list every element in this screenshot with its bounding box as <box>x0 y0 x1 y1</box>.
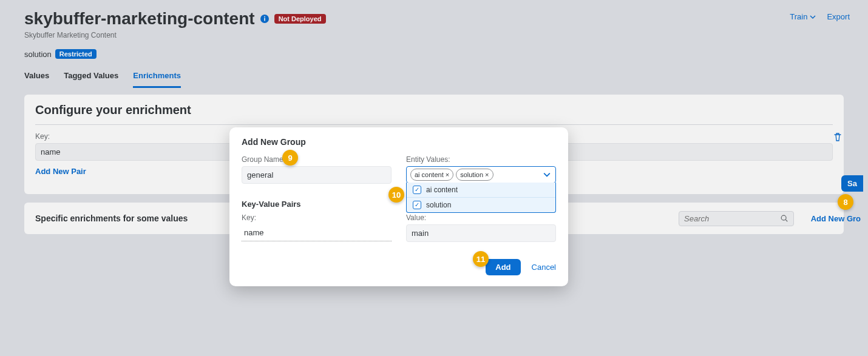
chip-label: solution <box>460 171 483 178</box>
option-label: ai content <box>426 186 458 194</box>
add-group-modal: Add New Group Group Name: Entity Values:… <box>229 127 568 286</box>
chip-remove-icon[interactable]: × <box>446 171 449 178</box>
step-marker-11: 11 <box>473 251 489 267</box>
add-button[interactable]: Add <box>486 259 520 275</box>
entity-values-multiselect[interactable]: ai content × solution × ai content <box>406 166 556 183</box>
checkbox-icon[interactable] <box>413 201 421 209</box>
entity-values-label: Entity Values: <box>406 155 556 164</box>
modal-value-input[interactable] <box>406 224 556 242</box>
modal-key-input[interactable] <box>242 224 392 241</box>
step-marker-10: 10 <box>388 187 404 203</box>
step-marker-8: 8 <box>838 194 853 210</box>
entity-values-dropdown: ai content solution <box>406 183 556 213</box>
modal-title: Add New Group <box>242 137 556 147</box>
chip-label: ai content <box>415 171 444 178</box>
checkbox-icon[interactable] <box>413 186 421 194</box>
chip-remove-icon[interactable]: × <box>485 171 489 178</box>
group-name-input[interactable] <box>242 166 392 184</box>
chip-solution[interactable]: solution × <box>456 169 493 181</box>
modal-value-label: Value: <box>406 213 556 222</box>
step-marker-9: 9 <box>282 150 298 166</box>
group-name-label: Group Name: <box>242 155 392 164</box>
chip-ai-content[interactable]: ai content × <box>410 169 453 181</box>
chevron-down-icon[interactable] <box>543 171 551 178</box>
option-label: solution <box>426 201 451 209</box>
option-ai-content[interactable]: ai content <box>407 183 555 198</box>
modal-key-label: Key: <box>242 213 392 222</box>
cancel-button[interactable]: Cancel <box>532 263 556 272</box>
option-solution[interactable]: solution <box>407 198 555 212</box>
modal-footer: Add Cancel <box>242 259 556 275</box>
